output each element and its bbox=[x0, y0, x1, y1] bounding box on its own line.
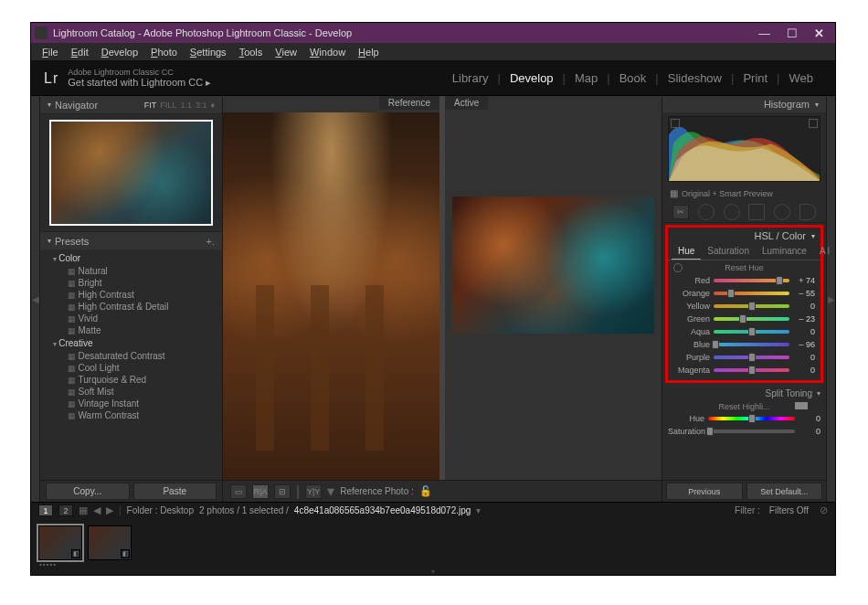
target-adjust-icon[interactable] bbox=[673, 263, 683, 272]
fwd-icon[interactable]: ▶ bbox=[106, 504, 113, 516]
slider-track[interactable] bbox=[714, 356, 789, 359]
preset-item[interactable]: Soft Mist bbox=[53, 386, 222, 398]
brush-tool-icon[interactable] bbox=[799, 204, 816, 220]
filter-lock-icon[interactable]: ⊘ bbox=[820, 504, 828, 516]
menu-help[interactable]: Help bbox=[353, 45, 385, 59]
hsl-header[interactable]: HSL / Color ▾ bbox=[668, 228, 820, 244]
navigator-header[interactable]: ▾ Navigator FIT FILL 1:1 3:1 ♦ bbox=[40, 96, 222, 114]
slider-track[interactable] bbox=[714, 292, 789, 295]
gradient-tool-icon[interactable] bbox=[748, 204, 765, 220]
slider-value[interactable]: + 74 bbox=[793, 276, 815, 285]
preset-item[interactable]: High Contrast & Detail bbox=[53, 301, 222, 313]
module-slideshow[interactable]: Slideshow bbox=[659, 71, 731, 85]
minimize-button[interactable]: — bbox=[758, 27, 770, 40]
thumbnail[interactable]: ◧ ••••• bbox=[38, 525, 82, 560]
tab-luminance[interactable]: Luminance bbox=[756, 244, 813, 260]
slider-thumb[interactable] bbox=[748, 366, 756, 375]
right-panel-toggle[interactable]: ▶ bbox=[826, 96, 835, 502]
copy-button[interactable]: Copy... bbox=[46, 483, 130, 500]
module-library[interactable]: Library bbox=[443, 71, 498, 85]
thumbnail[interactable]: ◧ bbox=[88, 525, 132, 560]
ref-compare-icon[interactable]: R|A bbox=[252, 484, 269, 499]
slider-value[interactable]: 0 bbox=[799, 427, 820, 436]
slider-thumb[interactable] bbox=[748, 327, 756, 336]
set-default-button[interactable]: Set Default... bbox=[746, 483, 823, 500]
slider-thumb[interactable] bbox=[748, 302, 756, 311]
module-map[interactable]: Map bbox=[566, 71, 607, 85]
preset-item[interactable]: Desaturated Contrast bbox=[53, 350, 222, 362]
slider-thumb[interactable] bbox=[727, 289, 735, 298]
nav-zoom-menu[interactable]: ♦ bbox=[210, 101, 215, 110]
slider-value[interactable]: 0 bbox=[793, 327, 815, 336]
preset-item[interactable]: Matte bbox=[53, 324, 222, 336]
lock-icon[interactable]: 🔓 bbox=[419, 485, 432, 497]
menu-view[interactable]: View bbox=[270, 45, 302, 59]
preset-item[interactable]: Bright bbox=[53, 277, 222, 289]
nav-1-1[interactable]: 1:1 bbox=[180, 101, 192, 110]
presets-header[interactable]: ▾ Presets +. bbox=[40, 231, 222, 249]
module-print[interactable]: Print bbox=[734, 71, 777, 85]
nav-fill[interactable]: FILL bbox=[160, 101, 176, 110]
paste-button[interactable]: Paste bbox=[133, 483, 217, 500]
slider-value[interactable]: 0 bbox=[793, 366, 815, 375]
slider-value[interactable]: – 23 bbox=[793, 314, 815, 324]
slider-track[interactable] bbox=[714, 317, 789, 321]
tab-saturation[interactable]: Saturation bbox=[701, 244, 756, 260]
slider-track[interactable] bbox=[714, 368, 789, 372]
menu-settings[interactable]: Settings bbox=[185, 45, 232, 59]
reset-hue-label[interactable]: Reset Hue bbox=[668, 260, 820, 274]
preset-item[interactable]: Turquoise & Red bbox=[53, 374, 222, 386]
nav-3-1[interactable]: 3:1 bbox=[196, 101, 207, 110]
shadow-clip-icon[interactable] bbox=[671, 119, 680, 128]
preset-item[interactable]: High Contrast bbox=[53, 289, 222, 301]
slider-value[interactable]: 0 bbox=[793, 353, 815, 362]
menu-window[interactable]: Window bbox=[304, 45, 351, 59]
left-panel-toggle[interactable]: ◀ bbox=[31, 96, 40, 502]
slider-value[interactable]: – 96 bbox=[793, 340, 815, 349]
histogram-header[interactable]: Histogram ▾ bbox=[662, 96, 826, 112]
slider-track[interactable] bbox=[708, 430, 795, 433]
menu-develop[interactable]: Develop bbox=[96, 45, 143, 59]
slider-track[interactable] bbox=[714, 330, 789, 334]
preset-item[interactable]: Warm Contrast bbox=[53, 409, 222, 421]
preset-item[interactable]: Vivid bbox=[53, 313, 222, 324]
preset-group[interactable]: Color bbox=[53, 251, 222, 265]
redeye-tool-icon[interactable] bbox=[724, 204, 740, 220]
reset-highlights-label[interactable]: Reset Highli... bbox=[662, 400, 826, 412]
module-develop[interactable]: Develop bbox=[501, 71, 563, 85]
slider-thumb[interactable] bbox=[739, 314, 746, 324]
radial-tool-icon[interactable] bbox=[774, 204, 790, 220]
preset-item[interactable]: Vintage Instant bbox=[53, 398, 222, 409]
active-view[interactable]: Active bbox=[445, 96, 662, 480]
split-toning-header[interactable]: Split Toning ▾ bbox=[662, 386, 826, 400]
filter-value[interactable]: Filters Off bbox=[769, 505, 809, 515]
slider-track[interactable] bbox=[708, 417, 795, 420]
back-icon[interactable]: ◀ bbox=[93, 504, 101, 516]
slider-track[interactable] bbox=[714, 279, 789, 282]
nav-fit[interactable]: FIT bbox=[144, 101, 157, 110]
monitor-2[interactable]: 2 bbox=[58, 504, 73, 516]
highlight-swatch[interactable] bbox=[795, 402, 808, 409]
slider-value[interactable]: 0 bbox=[799, 414, 820, 423]
spot-tool-icon[interactable] bbox=[698, 204, 715, 220]
close-button[interactable]: ✕ bbox=[814, 27, 824, 40]
slider-thumb[interactable] bbox=[706, 427, 714, 436]
maximize-button[interactable]: ☐ bbox=[787, 27, 798, 40]
menu-edit[interactable]: Edit bbox=[66, 45, 94, 59]
menu-file[interactable]: File bbox=[37, 45, 64, 59]
before-after-icon[interactable]: Y|Y bbox=[305, 484, 322, 499]
ref-stack-icon[interactable]: ⊟ bbox=[274, 484, 291, 499]
slider-thumb[interactable] bbox=[712, 340, 719, 349]
get-started-link[interactable]: Get started with Lightroom CC ▸ bbox=[68, 77, 211, 89]
slider-thumb[interactable] bbox=[748, 414, 756, 423]
menu-tools[interactable]: Tools bbox=[234, 45, 269, 59]
highlight-clip-icon[interactable] bbox=[809, 119, 818, 128]
grid-icon[interactable]: ▦ bbox=[79, 504, 88, 516]
module-web[interactable]: Web bbox=[780, 71, 823, 85]
preset-item[interactable]: Cool Light bbox=[53, 362, 222, 374]
slider-thumb[interactable] bbox=[748, 353, 756, 362]
filmstrip-handle[interactable] bbox=[31, 568, 835, 575]
slider-track[interactable] bbox=[714, 343, 789, 346]
slider-value[interactable]: – 55 bbox=[793, 289, 815, 298]
module-book[interactable]: Book bbox=[610, 71, 656, 85]
